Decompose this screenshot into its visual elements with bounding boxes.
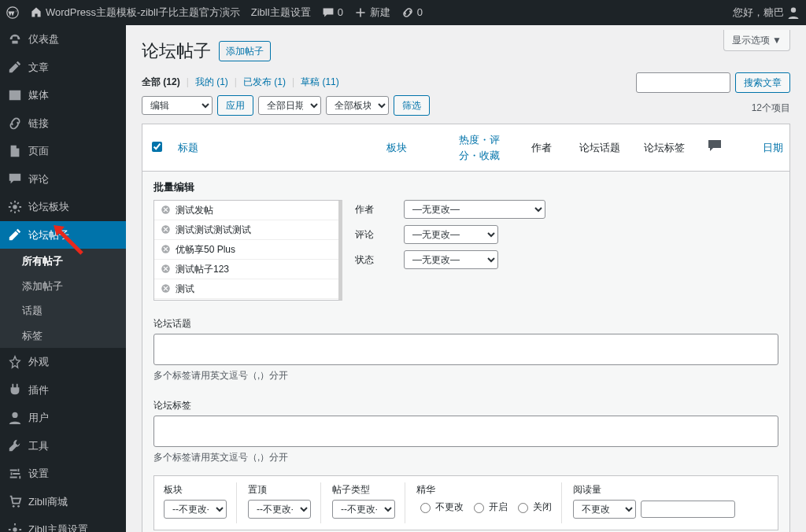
list-item: 测试帖子123 <box>154 260 338 279</box>
plate-select[interactable]: --不更改-- <box>164 500 227 519</box>
svg-point-1 <box>791 8 796 13</box>
main-content: 显示选项 ▼ 论坛帖子 添加帖子 搜索文章 全部 (12)| 我的 (1)| 已… <box>126 25 806 532</box>
view-mine[interactable]: 我的 (1) <box>195 75 228 89</box>
ptype-select[interactable]: --不更改-- <box>332 500 395 519</box>
topic-hint: 多个标签请用英文逗号（,）分开 <box>153 368 778 382</box>
filter-button[interactable]: 筛选 <box>394 95 430 116</box>
menu-dashboard[interactable]: 仪表盘 <box>0 25 126 54</box>
submenu-add-post[interactable]: 添加帖子 <box>0 274 126 299</box>
comments-label: 评论 <box>355 227 394 242</box>
wp-logo[interactable] <box>6 6 19 19</box>
author-label: 作者 <box>355 202 394 216</box>
theme-settings-link[interactable]: Zibll主题设置 <box>251 5 311 20</box>
menu-users[interactable]: 用户 <box>0 404 126 432</box>
user-greeting[interactable]: 您好，糖巴 <box>733 5 800 20</box>
status-select[interactable]: —无更改— <box>404 250 498 269</box>
author-select[interactable]: —无更改— <box>404 200 545 219</box>
plate-filter-select[interactable]: 全部板块 <box>326 96 389 115</box>
bulk-edit-legend: 批量编辑 <box>153 179 778 195</box>
search-input[interactable] <box>636 72 730 93</box>
bulk-post-list[interactable]: 测试发帖 测试测试测试测试 优畅享50 Plus 测试帖子123 测试 word… <box>153 200 342 301</box>
list-item: 测试 <box>154 279 338 299</box>
menu-links[interactable]: 链接 <box>0 109 126 138</box>
topic-input[interactable] <box>153 334 778 365</box>
svg-point-4 <box>12 412 17 418</box>
view-published[interactable]: 已发布 (1) <box>243 75 286 89</box>
ptype-label: 帖子类型 <box>332 482 395 497</box>
page-title: 论坛帖子 <box>142 38 211 64</box>
menu-pages[interactable]: 页面 <box>0 137 126 165</box>
list-item: 优畅享50 Plus <box>154 240 338 260</box>
inline-options: 板块--不更改-- 置顶--不更改-- 帖子类型--不更改-- 精华 不更改 开… <box>153 475 778 530</box>
col-title[interactable]: 标题 <box>178 142 198 153</box>
menu-media[interactable]: 媒体 <box>0 81 126 109</box>
views-input[interactable] <box>641 501 735 518</box>
tag-label: 论坛标签 <box>153 398 778 412</box>
submenu-forum-posts: 所有帖子 添加帖子 话题 标签 <box>0 249 126 348</box>
remove-icon[interactable] <box>161 244 171 254</box>
list-item: wordpress主题 <box>154 299 338 301</box>
search-button[interactable]: 搜索文章 <box>735 72 790 93</box>
status-label: 状态 <box>355 253 394 267</box>
svg-point-3 <box>13 205 17 209</box>
submenu-topics[interactable]: 话题 <box>0 298 126 323</box>
essence-nochange[interactable]: 不更改 <box>416 500 464 514</box>
topic-label: 论坛话题 <box>153 316 778 331</box>
select-all-checkbox[interactable] <box>152 142 162 152</box>
menu-zibll-theme-settings[interactable]: Zibll主题设置 <box>0 515 126 532</box>
menu-comments[interactable]: 评论 <box>0 165 126 194</box>
col-plate[interactable]: 板块 <box>386 142 407 153</box>
comments-select[interactable]: —无更改— <box>404 225 498 244</box>
list-item: 测试发帖 <box>154 201 338 220</box>
remove-icon[interactable] <box>161 283 171 294</box>
views-label: 阅读量 <box>573 482 735 497</box>
tag-input[interactable] <box>153 416 778 447</box>
links-count[interactable]: 0 <box>401 5 423 20</box>
bulk-edit-panel: 批量编辑 测试发帖 测试测试测试测试 优畅享50 Plus 测试帖子123 测试… <box>142 172 790 532</box>
col-date[interactable]: 日期 <box>763 142 783 153</box>
essence-on[interactable]: 开启 <box>470 500 508 514</box>
menu-appearance[interactable]: 外观 <box>0 348 126 376</box>
submenu-all-posts[interactable]: 所有帖子 <box>0 249 126 274</box>
svg-point-7 <box>13 527 17 531</box>
views-select[interactable]: 不更改 <box>573 500 636 519</box>
menu-plugins[interactable]: 插件 <box>0 376 126 405</box>
remove-icon[interactable] <box>161 264 171 274</box>
search-box: 搜索文章 <box>636 72 790 93</box>
menu-zibll-shop[interactable]: Zibll商城 <box>0 488 126 516</box>
screen-options-toggle[interactable]: 显示选项 ▼ <box>723 30 790 51</box>
site-name[interactable]: WordPress主题模板-zibll子比主题官方演示 <box>30 5 240 20</box>
menu-forum-plate[interactable]: 论坛板块 <box>0 193 126 221</box>
item-count: 12个项目 <box>752 101 790 115</box>
remove-icon[interactable] <box>161 224 171 235</box>
sticky-select[interactable]: --不更改-- <box>248 500 311 519</box>
tag-hint: 多个标签请用英文逗号（,）分开 <box>153 450 778 464</box>
posts-table: 标题 板块 热度・评分・收藏 作者 论坛话题 论坛标签 日期 <box>142 124 790 172</box>
admin-menu: 仪表盘 文章 媒体 链接 页面 评论 论坛板块 论坛帖子 所有帖子 添加帖子 话… <box>0 25 126 532</box>
menu-posts[interactable]: 文章 <box>0 54 126 82</box>
list-item: 测试测试测试测试 <box>154 220 338 240</box>
sticky-label: 置顶 <box>248 482 311 497</box>
apply-button[interactable]: 应用 <box>217 95 253 116</box>
menu-forum-posts[interactable]: 论坛帖子 <box>0 221 126 249</box>
view-draft[interactable]: 草稿 (11) <box>301 75 339 89</box>
col-author: 作者 <box>531 142 552 153</box>
essence-off[interactable]: 关闭 <box>514 500 552 514</box>
menu-tools[interactable]: 工具 <box>0 432 126 460</box>
view-all[interactable]: 全部 (12) <box>142 75 180 89</box>
comment-icon <box>708 139 722 153</box>
submenu-tags[interactable]: 标签 <box>0 323 126 349</box>
col-tag: 论坛标签 <box>644 142 685 153</box>
date-filter-select[interactable]: 全部日期 <box>258 96 321 115</box>
svg-point-5 <box>13 505 15 508</box>
bulk-action-select[interactable]: 编辑 <box>142 96 213 115</box>
add-new-button[interactable]: 添加帖子 <box>219 41 271 61</box>
svg-point-6 <box>17 505 20 508</box>
comments-link[interactable]: 0 <box>322 5 343 20</box>
menu-settings[interactable]: 设置 <box>0 460 126 488</box>
new-content[interactable]: 新建 <box>354 5 390 20</box>
remove-icon[interactable] <box>161 205 171 215</box>
admin-bar: WordPress主题模板-zibll子比主题官方演示 Zibll主题设置 0 … <box>0 0 806 25</box>
col-hot[interactable]: 热度・评分・收藏 <box>459 134 500 161</box>
plate-label: 板块 <box>164 482 227 497</box>
